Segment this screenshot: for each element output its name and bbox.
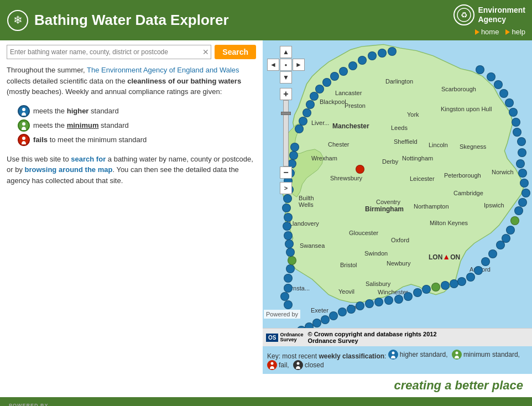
zoom-in-button[interactable]: +	[280, 88, 292, 100]
bw-marker[interactable]	[338, 308, 347, 316]
map-area[interactable]: ▲ ◄ ● ► ▼ + − >	[263, 40, 532, 328]
bw-marker[interactable]	[521, 189, 530, 197]
bw-marker[interactable]	[288, 256, 296, 265]
bw-marker[interactable]	[284, 213, 293, 222]
pan-up-button[interactable]: ▲	[280, 46, 292, 58]
bw-marker[interactable]	[283, 194, 292, 203]
legend-item-fail: fails to meet the minimum standard	[18, 134, 256, 146]
bw-marker[interactable]	[306, 100, 315, 109]
env-agency-text: EnvironmentAgency	[478, 6, 525, 24]
bw-marker[interactable]	[284, 300, 293, 309]
bw-marker[interactable]	[518, 169, 527, 178]
bw-marker[interactable]	[512, 118, 520, 127]
bw-marker[interactable]	[494, 80, 503, 89]
bw-marker[interactable]	[457, 277, 466, 286]
bw-marker[interactable]	[374, 298, 383, 306]
bw-marker[interactable]	[280, 292, 289, 301]
home-link[interactable]: home	[475, 28, 499, 36]
pan-left-button[interactable]: ◄	[267, 59, 279, 71]
bw-marker[interactable]	[450, 279, 458, 288]
bw-marker[interactable]	[487, 72, 496, 81]
left-panel: ✕ Search Throughout the summer, The Envi…	[0, 40, 263, 374]
bw-marker[interactable]	[388, 47, 397, 56]
bw-marker[interactable]	[394, 295, 403, 304]
bw-marker[interactable]	[413, 288, 422, 297]
bw-marker[interactable]	[286, 248, 295, 257]
bw-marker[interactable]	[365, 299, 374, 308]
bw-marker[interactable]	[305, 322, 314, 328]
bw-marker[interactable]	[404, 292, 413, 301]
footer-left: POWERED BY LINKEDDATA Environment Agency…	[9, 403, 201, 406]
bw-marker[interactable]	[384, 296, 393, 305]
bw-marker[interactable]	[505, 98, 514, 107]
help-link[interactable]: help	[505, 28, 525, 36]
linked-data-block: POWERED BY LINKEDDATA Environment Agency	[9, 403, 79, 406]
bw-marker[interactable]	[499, 89, 508, 98]
bw-marker[interactable]	[329, 311, 338, 320]
bw-marker[interactable]	[378, 49, 387, 58]
bw-marker[interactable]	[347, 305, 356, 314]
bw-marker[interactable]	[474, 266, 483, 275]
bw-marker[interactable]	[520, 179, 529, 188]
bw-marker[interactable]	[517, 137, 526, 146]
bw-marker[interactable]	[476, 65, 484, 74]
bw-marker[interactable]	[310, 92, 319, 101]
bw-marker[interactable]	[285, 240, 294, 248]
bw-marker[interactable]	[312, 319, 321, 327]
bw-marker[interactable]	[284, 274, 293, 283]
bw-marker[interactable]	[506, 226, 515, 235]
bw-marker[interactable]	[510, 216, 519, 225]
expand-button[interactable]: >	[280, 182, 292, 194]
bw-marker[interactable]	[284, 284, 293, 293]
bw-marker[interactable]	[322, 78, 331, 87]
bw-marker[interactable]	[481, 257, 490, 266]
svg-point-5	[22, 122, 25, 126]
bw-marker[interactable]	[356, 165, 364, 174]
key-higher-icon	[388, 350, 398, 360]
bw-marker[interactable]	[282, 204, 291, 212]
map-footer: OS Ordnance Survey © Crown copyright and…	[263, 328, 532, 346]
bw-marker[interactable]	[466, 273, 475, 282]
header-left: ❄ Bathing Water Data Explorer	[7, 9, 229, 32]
zoom-bar[interactable]	[283, 100, 289, 166]
bw-marker[interactable]	[339, 67, 348, 76]
clear-icon[interactable]: ✕	[202, 48, 209, 56]
pan-center-button[interactable]: ●	[280, 59, 292, 71]
bw-marker[interactable]	[431, 283, 440, 292]
bw-marker[interactable]	[518, 148, 526, 157]
zoom-out-button[interactable]: −	[280, 166, 292, 179]
bw-marker[interactable]	[513, 128, 521, 137]
bw-marker[interactable]	[358, 56, 367, 65]
bw-marker[interactable]	[514, 206, 523, 215]
env-agency-icon: ♻	[453, 4, 474, 25]
bw-marker[interactable]	[348, 61, 357, 70]
bw-marker[interactable]	[284, 231, 293, 240]
bw-marker[interactable]	[422, 285, 431, 294]
nav-links: home help	[475, 28, 525, 36]
bw-marker[interactable]	[356, 301, 364, 310]
search-input[interactable]	[7, 45, 211, 59]
app-title: Bathing Water Data Explorer	[34, 12, 229, 29]
bw-marker[interactable]	[509, 108, 518, 117]
bw-marker[interactable]	[496, 241, 505, 249]
pan-right-button[interactable]: ►	[293, 59, 305, 71]
env-agency-link[interactable]: The Environment Agency of England and Wa…	[87, 66, 239, 74]
bw-marker[interactable]	[516, 159, 525, 168]
search-bar: ✕ Search	[7, 45, 256, 59]
bw-marker[interactable]	[286, 264, 295, 273]
zoom-handle[interactable]	[281, 112, 291, 115]
bw-marker[interactable]	[488, 249, 497, 258]
intro-text: Throughout the summer, The Environment A…	[7, 65, 256, 97]
key-minimum-icon	[452, 350, 462, 360]
help-arrow-icon	[505, 29, 510, 35]
bw-marker[interactable]	[283, 222, 291, 231]
bw-marker[interactable]	[441, 281, 450, 290]
search-button[interactable]: Search	[215, 45, 256, 59]
bw-marker[interactable]	[368, 51, 377, 60]
bw-marker[interactable]	[321, 315, 330, 324]
bw-marker[interactable]	[518, 198, 527, 207]
pan-down-button[interactable]: ▼	[280, 71, 292, 84]
bw-marker[interactable]	[330, 72, 339, 81]
key-closed: closed	[293, 360, 324, 370]
bw-marker[interactable]	[315, 85, 324, 93]
